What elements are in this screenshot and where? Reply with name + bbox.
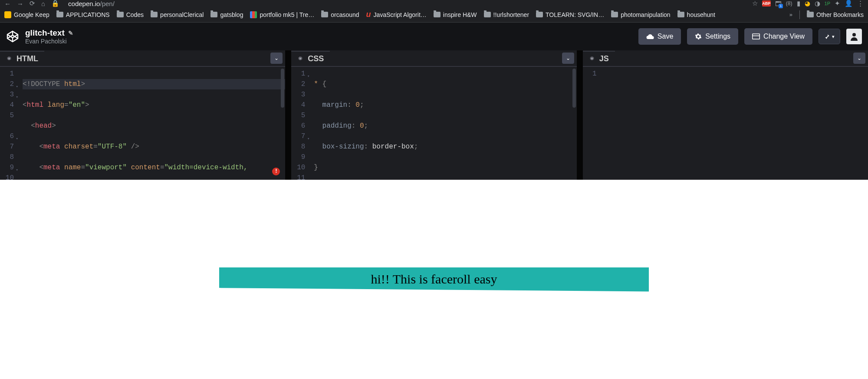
- gutter: 1: [583, 69, 600, 180]
- js-tab[interactable]: JS: [583, 51, 615, 66]
- folder-icon: [807, 12, 814, 17]
- bookmark-jsalgo[interactable]: uJavaScript Algorit…: [366, 10, 427, 19]
- forward-icon[interactable]: →: [17, 0, 23, 7]
- gear-icon[interactable]: [589, 56, 595, 62]
- settings-button[interactable]: Settings: [687, 28, 738, 45]
- ext-icon-2[interactable]: ◕: [805, 0, 810, 7]
- gutter: 1 2▾ 3▾ 4 5 6▾ 7 8 9▾ 10▾ 11▾ 12 13: [0, 69, 17, 180]
- pencil-icon[interactable]: ✎: [68, 30, 73, 36]
- js-panel: JS ⌄ 1: [583, 50, 868, 180]
- js-code[interactable]: [600, 69, 868, 180]
- folder-icon: [321, 12, 328, 17]
- preview-text: hi!! This is faceroll easy: [219, 267, 649, 292]
- folder-icon: [434, 12, 441, 17]
- scrollbar[interactable]: [572, 69, 576, 108]
- html-panel-dropdown[interactable]: ⌄: [270, 53, 283, 64]
- bookmark-tolearn[interactable]: TOLEARN: SVG/IN…: [536, 11, 604, 18]
- pin-button[interactable]: ▾: [819, 29, 840, 44]
- ext-icon-3[interactable]: ◑: [815, 0, 820, 7]
- html-code[interactable]: <!DOCTYPE html> <html lang="en"> <head> …: [17, 69, 285, 180]
- chevron-down-icon: ⌄: [274, 55, 279, 61]
- scrollbar[interactable]: [281, 69, 284, 108]
- ext-count: (8): [786, 0, 792, 7]
- menu-icon[interactable]: ⋮: [857, 0, 864, 7]
- save-button[interactable]: Save: [638, 28, 681, 45]
- gear-icon: [695, 33, 702, 40]
- html-panel: HTML ⌄ 1 2▾ 3▾ 4 5 6▾ 7 8 9▾ 10▾ 11▾ 12 …: [0, 50, 285, 180]
- js-panel-header: JS ⌄: [583, 50, 868, 67]
- bookmark-personalclerical[interactable]: personalClerical: [151, 11, 204, 18]
- back-icon[interactable]: ←: [4, 0, 11, 7]
- folder-icon: [56, 12, 63, 17]
- bookmarks-bar: Google Keep APPLICATIONS Codes personalC…: [0, 7, 868, 23]
- bookmarks-overflow[interactable]: »: [789, 11, 792, 18]
- editor-panels: HTML ⌄ 1 2▾ 3▾ 4 5 6▾ 7 8 9▾ 10▾ 11▾ 12 …: [0, 50, 868, 180]
- bookmark-google-keep[interactable]: Google Keep: [4, 11, 49, 18]
- html-tab[interactable]: HTML: [0, 51, 44, 66]
- chevron-down-icon: ⌄: [857, 55, 861, 61]
- svg-point-5: [852, 33, 856, 36]
- reload-icon[interactable]: ⟳: [30, 0, 35, 7]
- browser-toolbar: ← → ⟳ ⌂ 🔒 codepen.io/pen/ ☆ ABP 🗔1 (8) ▮…: [0, 0, 868, 7]
- codepen-header: glitch-text✎ Evan Pacholski Save Setting…: [0, 23, 868, 50]
- pin-icon: [824, 33, 830, 40]
- folder-icon: [484, 12, 491, 17]
- home-icon[interactable]: ⌂: [41, 0, 45, 7]
- bookmark-codes[interactable]: Codes: [117, 11, 144, 18]
- css-tab[interactable]: CSS: [291, 51, 330, 66]
- folder-icon: [611, 12, 618, 17]
- folder-icon: [677, 12, 684, 17]
- gutter: 1▾ 2 3 4 5 6 7▾ 8 9 10 11▾ 12 13 14: [291, 69, 309, 180]
- html-editor[interactable]: 1 2▾ 3▾ 4 5 6▾ 7 8 9▾ 10▾ 11▾ 12 13 <!DO…: [0, 67, 285, 180]
- preview-pane: hi!! This is faceroll easy: [0, 180, 868, 379]
- css-panel: CSS ⌄ 1▾ 2 3 4 5 6 7▾ 8 9 10 11▾ 12 13 1…: [291, 50, 576, 180]
- bookmark-photomanip[interactable]: photomanipulation: [611, 11, 670, 18]
- css-editor[interactable]: 1▾ 2 3 4 5 6 7▾ 8 9 10 11▾ 12 13 14 * { …: [291, 67, 576, 180]
- address-bar[interactable]: codepen.io/pen/: [68, 0, 115, 7]
- change-view-button[interactable]: Change View: [744, 28, 812, 45]
- windows-icon[interactable]: 🗔1: [775, 0, 782, 7]
- layout-icon: [752, 33, 760, 40]
- folder-icon: [117, 12, 124, 17]
- css-code[interactable]: * { margin: 0; padding: 0; box-sizing: b…: [309, 69, 576, 180]
- bookmark-househunt[interactable]: househunt: [677, 11, 715, 18]
- bookmark-urlshort[interactable]: !!urlshortener: [484, 11, 529, 18]
- bookmark-gatsblog[interactable]: gatsblog: [210, 11, 243, 18]
- avatar[interactable]: [846, 29, 862, 44]
- ext-icon-4[interactable]: 1P: [825, 1, 830, 6]
- star-icon[interactable]: ☆: [752, 0, 758, 7]
- folder-icon: [210, 12, 217, 17]
- ext-icon-1[interactable]: ▮: [797, 0, 800, 7]
- folder-icon: [151, 12, 158, 17]
- keep-icon: [4, 11, 11, 18]
- js-panel-dropdown[interactable]: ⌄: [853, 53, 865, 64]
- folder-icon: [536, 12, 543, 17]
- chevron-down-icon: ▾: [832, 34, 835, 40]
- gear-icon[interactable]: [6, 56, 12, 62]
- chevron-down-icon: ⌄: [566, 55, 570, 61]
- bookmark-orcasound[interactable]: orcasound: [321, 11, 359, 18]
- bookmark-applications[interactable]: APPLICATIONS: [56, 11, 110, 18]
- svg-rect-3: [753, 34, 760, 39]
- abp-icon[interactable]: ABP: [762, 0, 771, 7]
- html-panel-header: HTML ⌄: [0, 50, 285, 67]
- pen-title[interactable]: glitch-text✎: [25, 28, 73, 38]
- divider: [799, 10, 800, 19]
- codepen-logo-icon[interactable]: [6, 30, 19, 43]
- profile-icon[interactable]: 👤: [845, 0, 853, 7]
- cloud-icon: [646, 33, 654, 40]
- bookmark-portfolio[interactable]: portfolio mk5 | Tre…: [250, 11, 314, 18]
- css-panel-dropdown[interactable]: ⌄: [562, 53, 574, 64]
- js-editor[interactable]: 1: [583, 67, 868, 180]
- gear-icon[interactable]: [297, 56, 303, 62]
- puzzle-icon[interactable]: ✦: [835, 0, 840, 7]
- css-panel-header: CSS ⌄: [291, 50, 576, 67]
- lock-icon: 🔒: [51, 0, 59, 7]
- u-icon: u: [366, 10, 371, 19]
- pen-author[interactable]: Evan Pacholski: [25, 38, 73, 45]
- stripe-icon: [250, 11, 257, 18]
- other-bookmarks[interactable]: Other Bookmarks: [807, 11, 864, 18]
- bookmark-inspire[interactable]: inspire H&W: [434, 11, 477, 18]
- user-icon: [849, 31, 859, 42]
